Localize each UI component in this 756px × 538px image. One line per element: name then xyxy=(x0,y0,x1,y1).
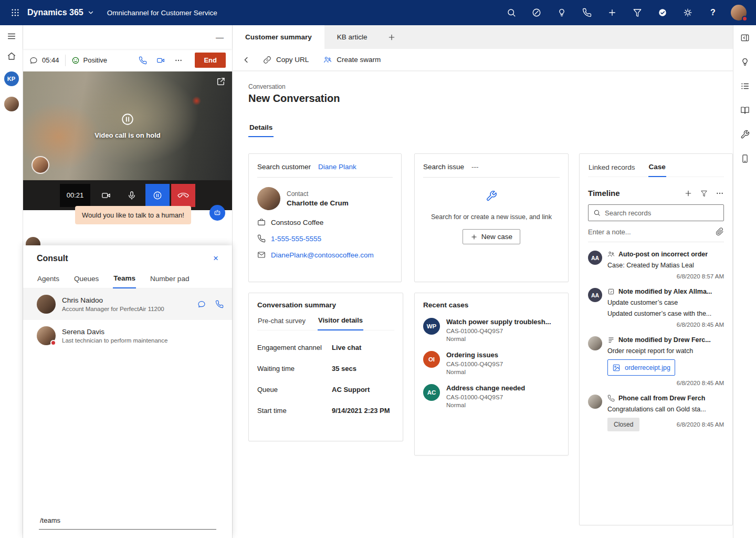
tab-linked-records[interactable]: Linked records xyxy=(588,161,636,177)
paperclip-icon[interactable] xyxy=(716,227,724,236)
issue-hint: Search for or create a new issue, and li… xyxy=(431,213,552,221)
timeline-search[interactable] xyxy=(588,204,724,221)
hold-resume-button[interactable] xyxy=(145,184,170,207)
create-swarm-label: Create swarm xyxy=(337,56,381,64)
tab-visitor-details[interactable]: Visitor details xyxy=(318,312,363,330)
consult-person-row[interactable]: Serena Davis Last technician to perform … xyxy=(23,320,232,351)
customer-link[interactable]: Diane Plank xyxy=(318,163,356,171)
email-link[interactable]: DianePlank@contosocoffee.com xyxy=(271,251,374,259)
create-swarm-button[interactable]: Create swarm xyxy=(316,51,388,68)
tab-pre-chat-survey[interactable]: Pre-chat survey xyxy=(257,312,306,330)
field-label: Queue xyxy=(257,386,332,394)
record-type-label: Conversation xyxy=(248,83,286,90)
agent-scripts-icon[interactable] xyxy=(738,80,752,92)
enter-note-input[interactable]: Enter a note... xyxy=(588,228,631,236)
entry-title: Note modified by Alex Allma... xyxy=(618,288,712,295)
pause-icon xyxy=(121,112,134,126)
app-header: Dynamics 365 Omnichannel for Customer Se… xyxy=(0,0,756,25)
camera-toggle-button[interactable] xyxy=(94,184,118,207)
device-icon[interactable] xyxy=(738,153,752,164)
search-icon[interactable] xyxy=(499,0,524,25)
sentiment-label: Positive xyxy=(83,56,108,64)
help-icon[interactable]: ? xyxy=(700,0,726,25)
search-issue-label: Search issue xyxy=(423,163,464,171)
tab-kb-article[interactable]: KB article xyxy=(324,25,380,49)
add-icon[interactable] xyxy=(684,189,692,198)
compass-icon[interactable] xyxy=(524,0,549,25)
phone-icon[interactable] xyxy=(574,0,600,25)
session-avatar-photo[interactable] xyxy=(4,97,19,111)
phone-icon xyxy=(607,395,615,402)
quick-create-icon[interactable] xyxy=(600,0,625,25)
command-bar: Copy URL Create swarm xyxy=(233,49,733,71)
home-icon[interactable] xyxy=(7,51,16,61)
timeline-entry[interactable]: Note modified by Drew Ferc... Order rece… xyxy=(588,336,724,386)
tab-case[interactable]: Case xyxy=(648,161,666,177)
wrench-icon[interactable] xyxy=(738,129,752,140)
hangup-button[interactable] xyxy=(171,184,195,207)
tab-number-pad[interactable]: Number pad xyxy=(150,270,190,288)
close-icon[interactable]: × xyxy=(213,253,218,264)
tab-teams[interactable]: Teams xyxy=(113,270,136,288)
consult-tabs: Agents Queues Teams Number pad xyxy=(23,268,232,288)
image-icon xyxy=(612,364,621,372)
brand[interactable]: Dynamics 365 xyxy=(27,8,94,17)
collapse-pane-icon[interactable] xyxy=(738,32,752,44)
timeline-entry[interactable]: Phone call from Drew Ferch Congratulatio… xyxy=(588,395,724,431)
timeline-entry[interactable]: AA Auto-post on incorrect order Case: Cr… xyxy=(588,251,724,280)
voice-call-icon[interactable] xyxy=(135,53,151,68)
recent-cases-title: Recent cases xyxy=(423,301,560,309)
chat-message-bubble: Would you like to talk to a human! xyxy=(75,206,191,224)
waffle-icon[interactable] xyxy=(5,0,25,25)
tab-queues[interactable]: Queues xyxy=(74,270,99,288)
chat-transcript: Would you like to talk to a human! xyxy=(23,210,232,245)
case-row[interactable]: AC Address change needed CAS-01000-Q4Q9S… xyxy=(423,384,560,408)
sentiment-chip[interactable]: Positive xyxy=(71,56,108,65)
productivity-rail xyxy=(733,25,756,538)
session-avatar-kp[interactable]: KP xyxy=(4,71,19,86)
copy-url-button[interactable]: Copy URL xyxy=(256,51,316,68)
chevron-down-icon xyxy=(87,9,94,16)
knowledge-book-icon[interactable] xyxy=(738,105,752,116)
timeline-entry[interactable]: AA Note modified by Alex Allma... Update… xyxy=(588,288,724,328)
person-name: Serena Davis xyxy=(62,328,167,336)
avatar xyxy=(37,295,56,314)
case-priority: Normal xyxy=(446,402,525,408)
presence-available-icon[interactable] xyxy=(650,0,675,25)
page-title: New Conversation xyxy=(248,92,340,105)
tab-details[interactable]: Details xyxy=(248,123,274,137)
filter-icon[interactable] xyxy=(700,190,708,197)
tab-agents[interactable]: Agents xyxy=(37,270,60,288)
lightbulb-icon[interactable] xyxy=(549,0,574,25)
new-case-button[interactable]: New case xyxy=(463,229,520,244)
consult-person-row[interactable]: Chris Naidoo Account Manager for Perfect… xyxy=(23,288,232,320)
popout-icon[interactable] xyxy=(216,77,226,86)
tab-customer-summary[interactable]: Customer summary xyxy=(233,25,324,49)
smart-assist-lightbulb-icon[interactable] xyxy=(738,56,752,68)
chat-icon[interactable] xyxy=(197,300,206,308)
more-options-icon[interactable] xyxy=(171,53,186,68)
case-row[interactable]: WP Watch power supply troublesh... CAS-0… xyxy=(423,318,560,342)
person-name: Chris Naidoo xyxy=(62,296,164,304)
end-call-button[interactable]: End xyxy=(195,53,226,68)
user-avatar[interactable] xyxy=(731,5,747,20)
left-rail: KP xyxy=(0,25,23,538)
entry-avatar xyxy=(588,336,602,350)
entry-avatar xyxy=(588,395,602,409)
more-options-icon[interactable] xyxy=(716,189,724,198)
attachment-chip[interactable]: orderreceipt.jpg xyxy=(607,359,675,376)
case-row[interactable]: OI Ordering issues CAS-01000-Q4Q9S7 Norm… xyxy=(423,351,560,375)
hamburger-menu-icon[interactable] xyxy=(7,32,16,41)
case-priority: Normal xyxy=(446,336,551,342)
settings-gear-icon[interactable] xyxy=(675,0,700,25)
filter-icon[interactable] xyxy=(625,0,650,25)
consult-search-input[interactable] xyxy=(39,516,216,530)
add-tab-icon[interactable] xyxy=(380,25,403,49)
mic-toggle-button[interactable] xyxy=(120,184,144,207)
phone-icon[interactable] xyxy=(215,300,224,308)
search-records-input[interactable] xyxy=(605,209,719,217)
back-icon[interactable] xyxy=(237,51,256,69)
phone-link[interactable]: 1-555-555-5555 xyxy=(271,235,321,243)
minimize-icon[interactable]: — xyxy=(216,33,224,42)
video-call-icon[interactable] xyxy=(153,53,169,68)
